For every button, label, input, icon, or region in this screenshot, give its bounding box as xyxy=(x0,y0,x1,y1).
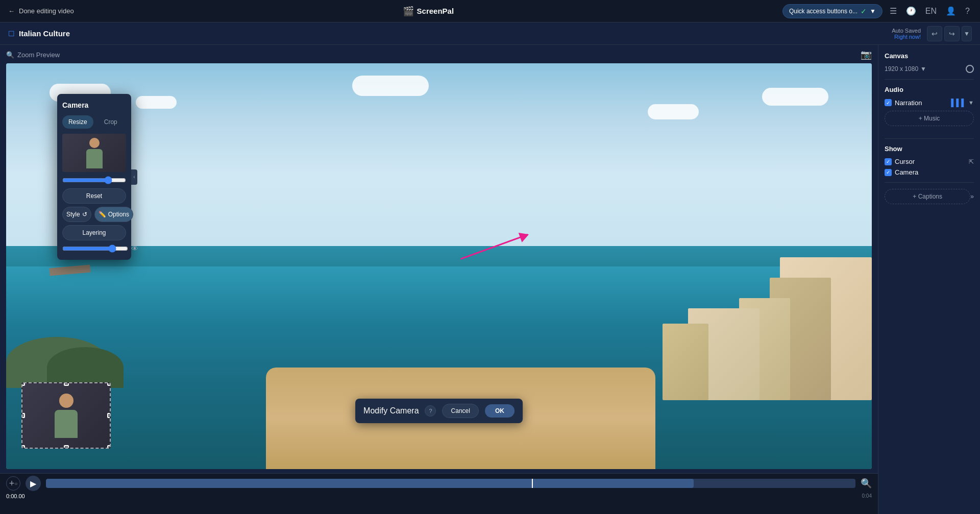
canvas-resolution-row: 1920 x 1080 ▼ xyxy=(885,65,974,73)
person-preview xyxy=(55,394,78,438)
dropdown-arrow: ▼ xyxy=(870,8,876,15)
history-icon-button[interactable]: 🕐 xyxy=(904,4,918,18)
modify-ok-button[interactable]: OK xyxy=(485,404,514,418)
timeline-search-button[interactable]: 🔍 xyxy=(861,478,872,489)
undo-button[interactable]: ↩ xyxy=(927,26,942,41)
canvas-section-title: Canvas xyxy=(885,52,974,60)
editor-area: 🔍 Zoom Preview 📷 xyxy=(0,45,878,514)
cp-person-head xyxy=(89,138,100,148)
cursor-checkbox[interactable]: ✓ xyxy=(885,158,892,165)
crop-tab[interactable]: Crop xyxy=(95,115,127,129)
reset-button[interactable]: Reset xyxy=(62,188,126,204)
camera-checkbox[interactable]: ✓ xyxy=(885,169,892,176)
buildings-area xyxy=(482,177,872,400)
selection-handle-bm[interactable] xyxy=(64,445,69,449)
visibility-toggle[interactable]: 👁 xyxy=(131,244,138,253)
resize-tab[interactable]: Resize xyxy=(62,115,93,129)
size-slider[interactable] xyxy=(62,176,126,184)
camera-panel-title: Camera xyxy=(62,101,126,109)
options-icon: ✏️ xyxy=(99,211,106,218)
style-icon: ↺ xyxy=(82,211,87,218)
hill-2 xyxy=(47,347,124,388)
narration-checkbox[interactable]: ✓ xyxy=(885,99,892,106)
music-button[interactable]: + Music xyxy=(885,111,974,126)
project-icon: ☐ xyxy=(8,30,15,38)
modify-help-button[interactable]: ? xyxy=(425,405,436,417)
resolution-dropdown[interactable]: 1920 x 1080 ▼ xyxy=(885,65,926,72)
lang-button[interactable]: EN xyxy=(923,5,939,18)
captions-button[interactable]: + Captions xyxy=(885,189,970,204)
selection-handle-mr[interactable] xyxy=(107,413,111,418)
camera-item: ✓ Camera xyxy=(885,168,974,176)
back-button[interactable]: ← Done editing video xyxy=(8,7,74,15)
help-icon-button[interactable]: ? xyxy=(963,5,972,18)
cursor-settings-icon[interactable]: ⇱ xyxy=(969,158,974,165)
hills-area xyxy=(6,226,309,388)
timeline-controls: + ○ ▶ 🔍 xyxy=(0,474,878,493)
person-head xyxy=(59,394,74,408)
camera-tab-row: Resize Crop xyxy=(62,115,126,129)
video-preview-frame[interactable]: Camera Resize Crop Reset xyxy=(6,63,872,469)
add-track-button[interactable]: + ○ xyxy=(6,476,20,491)
menu-icon-button[interactable]: ☰ xyxy=(888,4,899,18)
timeline-track[interactable] xyxy=(46,479,855,488)
options-label: Options xyxy=(108,211,129,218)
show-section-title: Show xyxy=(885,145,974,153)
style-label: Style xyxy=(66,211,80,218)
timeline-timestamps: 0:00.00 0:04 xyxy=(0,493,878,499)
camera-left: ✓ Camera xyxy=(885,168,918,176)
divider-1 xyxy=(885,79,974,80)
selection-handle-tl[interactable] xyxy=(21,382,25,386)
style-options-row: Style ↺ ✏️ Options xyxy=(62,207,126,222)
play-button[interactable]: ▶ xyxy=(26,476,41,491)
panel-collapse-button[interactable]: ‹ xyxy=(131,169,137,185)
screenshot-button[interactable]: 📷 xyxy=(861,49,872,60)
cloud-5 xyxy=(762,88,828,106)
selection-handle-ml[interactable] xyxy=(21,413,25,418)
circle-icon: ○ xyxy=(14,481,17,486)
account-icon-button[interactable]: 👤 xyxy=(944,4,958,18)
audio-bars-icon: ▌▌▌ xyxy=(951,99,966,107)
options-button[interactable]: ✏️ Options xyxy=(94,207,133,222)
quick-access-button[interactable]: Quick access buttons o... ✓ ▼ xyxy=(782,4,883,18)
divider-3 xyxy=(885,182,974,183)
time-start: 0:00.00 xyxy=(6,493,25,499)
camera-panel-preview xyxy=(62,134,126,172)
selection-handle-tr[interactable] xyxy=(107,382,111,386)
selection-handle-bl[interactable] xyxy=(21,445,25,449)
top-nav-right: Quick access buttons o... ✓ ▼ ☰ 🕐 EN 👤 ? xyxy=(782,4,972,18)
modify-dialog-label: Modify Camera xyxy=(363,406,419,415)
narration-chevron[interactable]: ▼ xyxy=(968,100,974,106)
resolution-circle xyxy=(966,65,974,73)
cloud-4 xyxy=(648,104,699,119)
project-title: Italian Culture xyxy=(19,29,70,38)
plus-icon: + xyxy=(9,478,15,489)
person-body xyxy=(55,410,78,438)
camera-label: Camera xyxy=(895,168,918,176)
layering-button[interactable]: Layering xyxy=(62,225,126,240)
check-icon: ✓ xyxy=(861,7,867,15)
auto-saved-area: Auto Saved Right now! xyxy=(892,28,921,40)
selection-handle-tm[interactable] xyxy=(64,382,69,386)
building-5 xyxy=(663,324,708,400)
logo-icon: 🎬 xyxy=(403,6,414,17)
resolution-chevron: ▼ xyxy=(920,65,926,72)
play-icon: ▶ xyxy=(30,479,36,488)
main-layout: 🔍 Zoom Preview 📷 xyxy=(0,45,980,514)
second-bar: ☐ Italian Culture Auto Saved Right now! … xyxy=(0,22,980,45)
narration-item: ✓ Narration ▌▌▌ ▼ xyxy=(885,99,974,107)
cloud-2 xyxy=(136,96,177,109)
narration-label: Narration xyxy=(895,99,922,107)
timeline-fill xyxy=(46,479,694,488)
opacity-slider[interactable] xyxy=(62,244,128,253)
zoom-preview-button[interactable]: 🔍 Zoom Preview xyxy=(6,51,60,59)
expand-button[interactable]: » xyxy=(970,193,974,200)
divider-2 xyxy=(885,138,974,139)
redo-button[interactable]: ↪ xyxy=(944,26,960,41)
more-button[interactable]: ▼ xyxy=(962,26,972,41)
camera-overlay[interactable] xyxy=(21,382,111,449)
style-button[interactable]: Style ↺ xyxy=(62,207,91,222)
modify-cancel-button[interactable]: Cancel xyxy=(443,404,479,418)
timeline-bar: + ○ ▶ 🔍 0:00.00 0:04 xyxy=(0,473,878,514)
auto-saved-time: Right now! xyxy=(892,34,921,40)
